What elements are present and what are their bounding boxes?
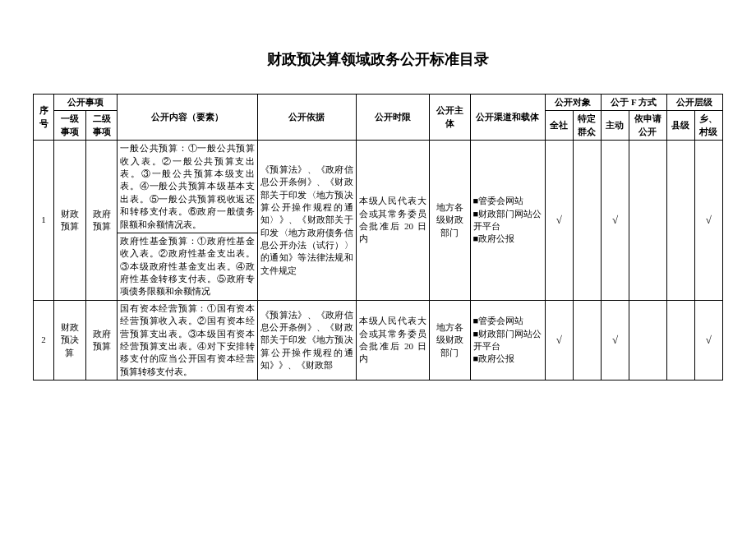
cell-basis: 《预算法》、《政府信息公开条例》、《财政部关于印发《地方预决算公开操作规程的通知…	[258, 300, 357, 380]
cell-l2: 政府预算	[85, 141, 118, 301]
cell-aud-all: √	[545, 300, 573, 380]
th-method: 公于 F 方式	[601, 95, 666, 111]
cell-m-req	[629, 300, 667, 380]
cell-timing: 本级人民代表大会或其常务委员会批准后 20 日内	[356, 300, 429, 380]
cell-aud-spec	[573, 300, 601, 380]
th-content: 公开内容（要素）	[118, 95, 258, 141]
document-page: 财政预决算领域政务公开标准目录 序号 公开事项 公开内容（要素） 公开依据 公开…	[0, 0, 756, 397]
standards-table: 序号 公开事项 公开内容（要素） 公开依据 公开时限 公开主体 公开渠道和载体 …	[33, 94, 723, 380]
cell-timing: 本级人民代表大会或其常务委员会批准后 20 日内	[356, 141, 429, 301]
cell-l1: 财政预算	[54, 141, 86, 301]
cell-aud-all: √	[545, 141, 573, 301]
cell-m-req	[629, 141, 667, 301]
cell-subject: 地方各级财政部门	[429, 300, 470, 380]
table-row: 1 财政预算 政府预算 一般公共预算：①一般公共预算收入表。②一般公共预算支出表…	[34, 141, 723, 233]
cell-m-active: √	[601, 141, 629, 301]
th-aud-all: 全社	[545, 111, 573, 141]
th-channel: 公开渠道和载体	[470, 95, 545, 141]
th-subject: 公开主体	[429, 95, 470, 141]
cell-lv-village: √	[694, 141, 722, 301]
cell-lv-village: √	[694, 300, 722, 380]
cell-seq: 2	[34, 300, 54, 380]
th-basis: 公开依据	[258, 95, 357, 141]
th-aud-spec: 特定群众	[573, 111, 601, 141]
cell-content: 国有资本经营预算：①国有资本经营预算收入表。②国有资本经营预算支出表。③本级国有…	[118, 300, 258, 380]
cell-subject: 地方各级财政部门	[429, 141, 470, 301]
cell-lv-county	[666, 141, 694, 301]
th-level-village: 乡、村级	[694, 111, 722, 141]
th-timing: 公开时限	[356, 95, 429, 141]
cell-channel: ■管委会网站 ■财政部门网站公开平台 ■政府公报	[470, 300, 545, 380]
cell-l1: 财政预决算	[54, 300, 86, 380]
th-level: 公开层级	[666, 95, 722, 111]
table-row: 2 财政预决算 政府预算 国有资本经营预算：①国有资本经营预算收入表。②国有资本…	[34, 300, 723, 380]
th-level-county: 县级	[666, 111, 694, 141]
th-method-req: 依申请公开	[629, 111, 667, 141]
cell-basis: 《预算法》、《政府信息公开条例》、《财政部关于印发〈地方预决算公开操作规程的通知…	[258, 141, 357, 301]
cell-content-b: 政府性基金预算：①政府性基金收入表。②政府性基金支出表。③本级政府性基金支出表。…	[118, 233, 258, 300]
cell-channel: ■管委会网站 ■财政部门网站公开平台 ■政府公报	[470, 141, 545, 301]
cell-seq: 1	[34, 141, 54, 301]
table-header: 序号 公开事项 公开内容（要素） 公开依据 公开时限 公开主体 公开渠道和载体 …	[34, 95, 723, 141]
th-audience: 公开对象	[545, 95, 601, 111]
th-seq: 序号	[34, 95, 54, 141]
th-matter: 公开事项	[54, 95, 118, 111]
cell-m-active: √	[601, 300, 629, 380]
cell-l2: 政府预算	[85, 300, 118, 380]
cell-lv-county	[666, 300, 694, 380]
page-title: 财政预决算领域政务公开标准目录	[33, 49, 723, 69]
cell-aud-spec	[573, 141, 601, 301]
th-method-active: 主动	[601, 111, 629, 141]
th-matter-l2: 二级事项	[85, 111, 118, 141]
th-matter-l1: 一级事项	[54, 111, 86, 141]
cell-content-a: 一般公共预算：①一般公共预算收入表。②一般公共预算支出表。③一般公共预算本级支出…	[118, 141, 258, 233]
